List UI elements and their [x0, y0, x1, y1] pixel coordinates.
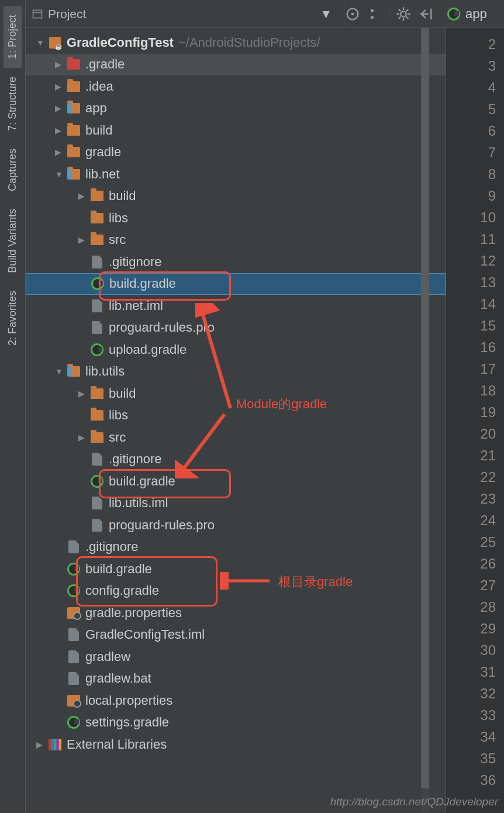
tree-item-build[interactable]: build: [26, 383, 446, 405]
tree-item-src[interactable]: src: [26, 426, 446, 449]
tree-item-label: upload.gradle: [109, 342, 187, 357]
tree-item-build[interactable]: build: [26, 119, 446, 142]
hide-icon[interactable]: [417, 6, 434, 22]
line-number: 10: [454, 206, 496, 228]
file-icon: [90, 518, 104, 532]
folder-orange-icon: [67, 80, 81, 94]
folder-orange-icon: [90, 387, 104, 401]
gradle-icon: [447, 7, 461, 21]
folder-orange-icon: [90, 233, 104, 247]
tree-item-build[interactable]: build: [26, 185, 446, 208]
expand-arrow-icon[interactable]: [55, 170, 64, 179]
tree-external-libs[interactable]: External Libraries: [26, 733, 446, 756]
tree-item-gradlew[interactable]: gradlew: [26, 646, 446, 668]
tree-item-label: GradleConfigTest.iml: [85, 627, 205, 642]
side-tab-structure[interactable]: 7: Structure: [4, 68, 22, 140]
tree-item--gitignore[interactable]: .gitignore: [26, 536, 446, 559]
tree-scroll-thumb[interactable]: [421, 28, 429, 788]
tree-item-config-gradle[interactable]: config.gradle: [26, 580, 446, 602]
line-number: 32: [454, 683, 496, 704]
tree-item-label: build.gradle: [109, 474, 175, 489]
project-tree[interactable]: GradleConfigTest ~/AndroidStudioProjects…: [26, 28, 446, 813]
expand-arrow-icon[interactable]: [55, 126, 64, 135]
tree-item-label: app: [85, 101, 107, 116]
line-number: 14: [454, 293, 496, 315]
line-number: 12: [454, 250, 496, 271]
line-number: 31: [454, 661, 496, 683]
tree-item-lib-utils-iml[interactable]: lib.utils.iml: [26, 492, 446, 515]
line-number: 2: [454, 33, 496, 55]
tree-item-lib-net[interactable]: lib.net: [26, 163, 446, 185]
tree-item-build-gradle[interactable]: build.gradle: [26, 273, 446, 295]
divider: [389, 6, 389, 20]
expand-arrow-icon[interactable]: [78, 235, 88, 244]
tree-item-proguard-rules-pro[interactable]: proguard-rules.pro: [26, 514, 446, 536]
side-tab-build-variants[interactable]: Build Variants: [4, 200, 22, 282]
tree-item-lib-utils[interactable]: lib.utils: [26, 361, 446, 383]
tree-item-build-gradle[interactable]: build.gradle: [26, 470, 446, 492]
editor-tab-app[interactable]: app: [440, 0, 504, 28]
folder-red-icon: [67, 57, 81, 71]
side-tab-favorites[interactable]: 2: Favorites: [4, 282, 22, 354]
tree-item-build-gradle[interactable]: build.gradle: [26, 558, 446, 580]
tree-item-local-properties[interactable]: local.properties: [26, 690, 446, 712]
tree-item-label: lib.net: [85, 167, 120, 182]
tree-item-lib-net-iml[interactable]: lib.net.iml: [26, 295, 446, 317]
tree-item-proguard-rules-pro[interactable]: proguard-rules.pro: [26, 317, 446, 339]
side-tab-captures[interactable]: Captures: [4, 140, 22, 200]
expand-arrow-icon[interactable]: [55, 104, 64, 113]
expand-arrow-icon[interactable]: [55, 60, 64, 69]
file-icon: [67, 540, 81, 554]
line-number: 15: [454, 315, 496, 336]
tree-item-label: config.gradle: [85, 583, 159, 598]
expand-arrow-icon[interactable]: [55, 82, 64, 91]
tree-item-label: gradle.properties: [85, 605, 182, 621]
expand-arrow-icon[interactable]: [78, 389, 88, 398]
tree-item--gitignore[interactable]: .gitignore: [26, 449, 446, 471]
tree-item-libs[interactable]: libs: [26, 207, 446, 229]
expand-arrow-icon[interactable]: [78, 191, 88, 201]
tree-item-upload-gradle[interactable]: upload.gradle: [26, 339, 446, 361]
target-icon[interactable]: [344, 6, 361, 22]
line-number: 24: [454, 509, 496, 531]
tree-item-src[interactable]: src: [26, 229, 446, 252]
tree-item-label: build: [109, 386, 136, 401]
project-header-title[interactable]: Project ▼: [32, 7, 344, 21]
tree-item-gradle-properties[interactable]: gradle.properties: [26, 602, 446, 624]
tree-item-label: build.gradle: [109, 276, 176, 291]
tree-item-app[interactable]: app: [26, 98, 446, 120]
tree-item-label: .gradle: [85, 57, 125, 72]
expand-arrow-icon[interactable]: [55, 367, 64, 376]
tree-item-GradleConfigTest-iml[interactable]: GradleConfigTest.iml: [26, 624, 446, 646]
file-icon: [90, 496, 104, 510]
tree-item--gitignore[interactable]: .gitignore: [26, 251, 446, 273]
dropdown-arrow-icon[interactable]: ▼: [320, 7, 332, 21]
gear-icon[interactable]: [395, 6, 412, 22]
tree-root[interactable]: GradleConfigTest ~/AndroidStudioProjects…: [26, 32, 446, 54]
collapse-icon[interactable]: [367, 6, 383, 22]
line-number: 29: [454, 618, 496, 639]
tree-item--gradle[interactable]: .gradle: [26, 54, 446, 76]
tree-item-settings-gradle[interactable]: settings.gradle: [26, 712, 446, 734]
tree-item-label: proguard-rules.pro: [109, 518, 215, 533]
props-icon: [67, 606, 81, 620]
expand-arrow-icon[interactable]: [78, 433, 88, 442]
tree-item-gradlew-bat[interactable]: gradlew.bat: [26, 668, 446, 690]
side-tab-project[interactable]: 1: Project: [4, 6, 22, 68]
expand-arrow-icon[interactable]: [36, 740, 46, 749]
gradle-icon: [91, 277, 105, 291]
tree-item-label: settings.gradle: [85, 715, 169, 730]
tree-item-libs[interactable]: libs: [26, 405, 446, 427]
main-panel: Project ▼ GradleConfigTest ~/AndroidStud…: [26, 0, 446, 813]
folder-orange-icon: [90, 408, 104, 422]
line-number: 19: [454, 401, 496, 423]
project-icon: [32, 8, 43, 20]
expand-arrow-icon[interactable]: [36, 38, 46, 47]
tree-item--idea[interactable]: .idea: [26, 75, 446, 98]
expand-arrow-icon[interactable]: [55, 147, 64, 157]
tree-item-label: gradlew: [85, 649, 130, 664]
line-number: 4: [454, 77, 496, 98]
tree-item-gradle[interactable]: gradle: [26, 142, 446, 164]
line-number: 30: [454, 639, 496, 661]
gradle-icon: [90, 343, 104, 357]
